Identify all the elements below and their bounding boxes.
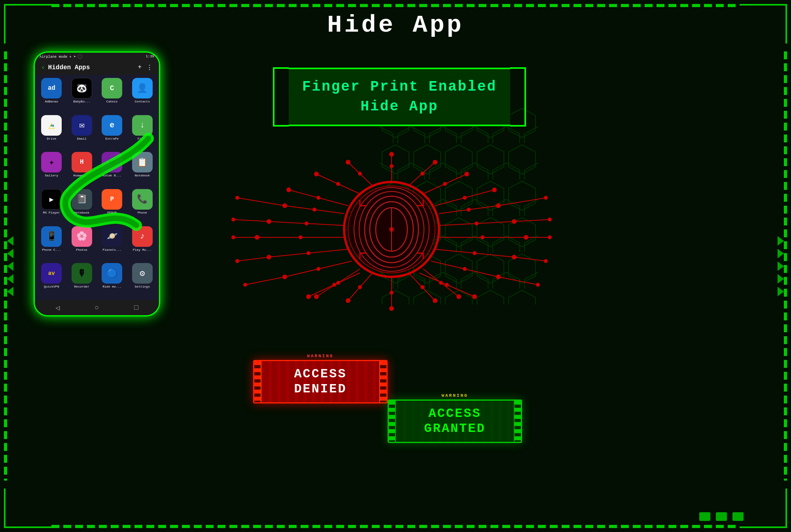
svg-line-87 — [237, 257, 269, 261]
app-label: Phone — [129, 211, 156, 214]
svg-point-88 — [236, 259, 239, 263]
chevron-right-icon — [778, 287, 784, 296]
chevron-left-icon — [7, 287, 13, 296]
list-item[interactable]: ✉ Email — [68, 115, 96, 149]
svg-point-58 — [548, 236, 551, 239]
app-label: Notebook — [129, 174, 156, 177]
nav-action-icons: + ⋮ — [138, 64, 153, 72]
list-item[interactable]: av QuickVPN — [38, 263, 65, 297]
svg-line-59 — [514, 257, 546, 261]
phone-camera — [78, 54, 82, 59]
app-label: ExtraPe — [98, 137, 126, 140]
svg-point-16 — [390, 165, 393, 168]
svg-point-60 — [544, 259, 547, 263]
svg-point-33 — [492, 188, 496, 192]
screen-title: Hidden Apps — [48, 64, 135, 71]
app-label: AdBanao — [38, 100, 65, 103]
app-label: Planets... — [98, 248, 126, 252]
app-label: Recorder — [68, 285, 96, 288]
indicator-dot-2 — [716, 512, 727, 521]
denied-right-teeth — [379, 361, 386, 402]
nav-home-button[interactable]: ○ — [95, 304, 99, 312]
access-granted-text-block: ACCESS GRANTED — [424, 406, 485, 437]
warning-granted-label: WARNING — [388, 393, 522, 398]
app-label: Cakezz — [98, 100, 126, 103]
list-item[interactable]: ⚙ Settings — [129, 263, 156, 297]
more-options-button[interactable]: ⋮ — [146, 64, 153, 72]
access-denied-container: WARNING ACCESS DENIED — [253, 354, 388, 403]
phone-screen: Airplane mode ✈ ➤ 1:39 ‹ Hidden Apps + ⋮ — [35, 53, 159, 315]
svg-line-89 — [245, 277, 285, 285]
svg-point-104 — [457, 295, 461, 299]
list-item[interactable]: H Huawei... — [68, 152, 96, 186]
svg-point-25 — [337, 182, 340, 186]
list-item[interactable]: 👤 Contacts — [129, 78, 156, 112]
access-granted-box: ACCESS GRANTED — [388, 399, 522, 443]
nav-back-button[interactable]: ◁ — [55, 303, 60, 312]
left-chevrons — [7, 236, 13, 296]
app-label: Ride mo... — [98, 285, 126, 288]
indicator-dot-1 — [699, 512, 710, 521]
list-item[interactable]: C Cakezz — [98, 78, 126, 112]
svg-point-21 — [433, 160, 437, 164]
list-item[interactable]: 🔵 Ride mo... — [98, 263, 126, 297]
fingerprint-svg — [229, 142, 554, 316]
list-item[interactable]: △▲▲ Drive — [38, 115, 65, 149]
granted-left-teeth — [389, 401, 396, 442]
list-item[interactable]: ↓ Files — [129, 115, 156, 149]
list-item[interactable]: 📓 Notebook — [68, 189, 96, 223]
list-item[interactable]: 📋 Notebook — [129, 152, 156, 186]
svg-point-84 — [232, 218, 235, 221]
back-button[interactable]: ‹ — [41, 64, 45, 71]
granted-right-teeth — [514, 401, 521, 442]
svg-point-65 — [313, 208, 316, 211]
list-item[interactable]: 🎙 Recorder — [68, 263, 96, 297]
left-border-decoration — [4, 51, 7, 481]
fingerprint-title-container: Finger Print Enabled Hide App — [273, 67, 526, 127]
access-denied-box: ACCESS DENIED — [253, 360, 388, 403]
fingerprint-visualization — [229, 142, 554, 316]
svg-point-99 — [421, 286, 424, 289]
svg-point-22 — [421, 172, 424, 175]
access-denied-section: WARNING ACCESS DENIED — [241, 392, 376, 443]
bottom-indicator-dots — [699, 512, 744, 521]
top-border-decoration — [51, 4, 740, 7]
list-item[interactable]: ▶ MX Player — [38, 189, 65, 223]
svg-line-55 — [514, 220, 550, 222]
app-label: Contacts — [129, 100, 156, 103]
svg-point-31 — [317, 196, 320, 199]
phone-frame: Airplane mode ✈ ➤ 1:39 ‹ Hidden Apps + ⋮ — [34, 51, 160, 316]
list-item[interactable]: P PENUP — [98, 189, 126, 223]
access-denied-line1: ACCESS — [294, 367, 346, 382]
svg-point-43 — [481, 236, 484, 239]
app-label: Files — [129, 137, 156, 140]
phone-status-bar: Airplane mode ✈ ➤ 1:39 — [35, 53, 159, 61]
list-item[interactable]: ad AdBanao — [38, 78, 65, 112]
left-bracket — [273, 67, 289, 127]
list-item[interactable]: ∞ Kotak B... — [98, 152, 126, 186]
app-label: Huawei... — [68, 174, 96, 177]
app-grid: ad AdBanao 🐼 BabyBu... C Cakezz 👤 Contac… — [35, 75, 159, 300]
nav-recent-button[interactable]: □ — [134, 304, 138, 312]
indicator-dot-3 — [732, 512, 744, 521]
bottom-border-decoration — [51, 525, 740, 528]
svg-point-101 — [314, 295, 318, 299]
list-item[interactable]: ✦ Gallery — [38, 152, 65, 186]
add-app-button[interactable]: + — [138, 64, 142, 72]
corner-decoration-br — [740, 488, 787, 528]
fingerprint-title-text: Finger Print Enabled Hide App — [301, 77, 498, 117]
list-item[interactable]: 📞 Phone — [129, 189, 156, 223]
chevron-left-icon — [7, 261, 13, 271]
phone-nav-bar: ‹ Hidden Apps + ⋮ — [35, 61, 159, 75]
list-item[interactable]: 📱 Phone C... — [38, 226, 65, 260]
svg-point-77 — [317, 267, 320, 271]
list-item[interactable]: ♪ Play Mu... — [129, 226, 156, 260]
list-item[interactable]: 🐼 BabyBu... — [68, 78, 96, 112]
list-item[interactable]: e ExtraPe — [98, 115, 126, 149]
app-label: Phone C... — [38, 248, 65, 252]
svg-point-46 — [473, 252, 476, 255]
chevron-right-icon — [778, 236, 784, 246]
list-item[interactable]: 🌸 Photos — [68, 226, 96, 260]
svg-point-68 — [305, 222, 308, 225]
list-item[interactable]: 🪐 Planets... — [98, 226, 126, 260]
